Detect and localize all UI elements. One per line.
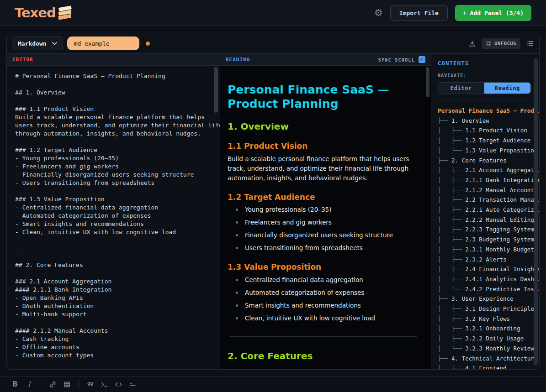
toc-item[interactable]: │ ├── 2.3.1 Monthly Budgets — [438, 245, 533, 255]
toc-item[interactable]: ├── 2. Core Features — [438, 156, 533, 166]
toc-item[interactable]: │ ├── 3.2.1 Onboarding — [438, 324, 533, 334]
toc-item[interactable]: │ └── 1.3 Value Proposition — [438, 146, 533, 156]
toc-item[interactable]: │ ├── 2.2.2 Manual Editing — [438, 215, 533, 225]
reading-list-item: Clean, intuitive UX with low cognitive l… — [239, 314, 419, 323]
toc-item-label: 4.1 Frontend — [465, 365, 506, 369]
list-menu-icon[interactable] — [526, 39, 534, 47]
format-select[interactable]: Markdown — [12, 37, 63, 50]
toc-item[interactable]: │ ├── 2.1 Account Aggregati… — [438, 165, 533, 175]
editor-panel: EDITOR # Personal Finance SaaS — Product… — [7, 54, 220, 369]
editor-line — [15, 80, 210, 89]
toc-item[interactable]: │ ├── 2.3.2 Alerts — [438, 255, 533, 265]
terminal-icon[interactable] — [100, 381, 108, 388]
editor-line: ### 2.1 Account Aggregation — [15, 277, 210, 286]
code-icon[interactable] — [114, 381, 122, 388]
toc-item-label: 2.3.1 Monthly Budgets — [465, 246, 537, 253]
toc-item[interactable]: ├── 4. Technical Architecture — [438, 354, 533, 364]
toc-item-label: 2.3.2 Alerts — [465, 256, 506, 263]
import-file-button[interactable]: Import File — [390, 5, 448, 21]
toc-item[interactable]: │ ├── 2.2 Transaction Manag… — [438, 195, 533, 205]
toc-item[interactable]: │ ├── 3.2 Key Flows — [438, 314, 533, 324]
toc-guide: │ ├── — [438, 216, 465, 223]
editor-line — [15, 236, 210, 245]
toc-item[interactable]: │ ├── 2.4.1 Analytics Dashb… — [438, 274, 533, 284]
toc-item-label: 4. Technical Architecture — [451, 355, 537, 362]
navigate-tab-editor[interactable]: Editor — [438, 83, 484, 94]
italic-icon[interactable]: I — [25, 380, 33, 388]
toc-item[interactable]: │ ├── 2.1.2 Manual Accounts — [438, 185, 533, 195]
toc-item-label: 2.4.1 Analytics Dashb… — [465, 276, 539, 282]
toc-guide: │ ├── — [438, 167, 465, 173]
reading-h3: 1.1 Product Vision — [228, 141, 419, 151]
reading-scrollbar[interactable] — [426, 67, 429, 97]
settings-gear-icon[interactable]: ⚙ — [374, 8, 383, 18]
toc-item[interactable]: │ ├── 1.2 Target Audience — [438, 136, 533, 146]
toc-item[interactable]: │ ├── 1.1 Product Vision — [438, 125, 533, 136]
reading-panel: READING SYNC SCROLL ✓ Personal Finance S… — [220, 54, 431, 369]
toc-guide: │ └── — [438, 345, 465, 352]
sync-scroll-checkbox[interactable]: ✓ — [419, 56, 425, 63]
editor-content[interactable]: # Personal Finance SaaS — Product Planni… — [7, 66, 220, 369]
editor-line: - Cash tracking — [15, 335, 210, 343]
editor-line — [15, 97, 210, 105]
toc-item-label: 3.2 Key Flows — [465, 315, 510, 322]
toc-item-label: 2.3 Budgeting System — [465, 236, 534, 243]
horizontal-rule-icon[interactable] — [128, 381, 137, 388]
toc-guide: │ ├── — [438, 137, 465, 144]
toc-item[interactable]: │ ├── 2.3 Budgeting System — [438, 235, 533, 245]
reading-list-item: Centralized financial data aggregation — [239, 276, 419, 285]
editor-line: users track, understand, and optimize th… — [15, 121, 210, 130]
toc-guide: │ ├── — [438, 266, 465, 272]
toc-item-label: 3.2.2 Daily Usage — [465, 335, 524, 342]
toc-guide: │ ├── — [438, 187, 465, 193]
toc-item[interactable]: Personal Finance SaaS — Produ… — [438, 106, 533, 116]
table-icon[interactable] — [63, 381, 71, 388]
toc-item-label: 3. User Experience — [451, 295, 513, 302]
add-panel-button[interactable]: + Add Panel (3/4) — [455, 5, 531, 21]
contents-panel: CONTENTS NAVIGATE: Editor Reading Person… — [431, 54, 539, 369]
navigate-tab-reading[interactable]: Reading — [484, 83, 530, 94]
toc-item[interactable]: │ └── 2.4.2 Predictive Insi… — [438, 284, 533, 294]
editor-line: --- — [15, 245, 210, 253]
contents-scrollbar[interactable] — [534, 58, 538, 365]
toc-item[interactable]: │ ├── 4.1 Frontend — [438, 363, 533, 369]
filename-input[interactable] — [67, 37, 139, 50]
toc-item[interactable]: │ ├── 3.1 Design Principles — [438, 304, 533, 314]
toc-guide: │ ├── — [438, 226, 465, 233]
editor-line: - Freelancers and gig workers — [15, 162, 210, 171]
toc-item[interactable]: │ ├── 3.2.2 Daily Usage — [438, 334, 533, 344]
editor-line: - Young professionals (20–35) — [15, 154, 210, 162]
download-icon[interactable] — [468, 40, 476, 47]
toc-item[interactable]: │ ├── 2.4 Financial Insights — [438, 264, 533, 274]
toc-guide: │ ├── — [438, 196, 465, 203]
link-icon[interactable] — [48, 381, 57, 388]
unfocus-button[interactable]: UNFOCUS — [482, 38, 520, 49]
editor-line — [15, 319, 210, 327]
toc-item[interactable]: │ ├── 2.2.3 Tagging System — [438, 225, 533, 235]
reading-list-item: Young professionals (20–35) — [239, 205, 419, 214]
toc-item-label: 2. Core Features — [451, 157, 506, 164]
toc-item[interactable]: │ ├── 2.2.1 Auto Categoriza… — [438, 205, 533, 215]
toc-item-label: 2.4 Financial Insights — [465, 266, 539, 272]
toc-guide: │ └── — [438, 286, 465, 293]
toc-item[interactable]: ├── 3. User Experience — [438, 294, 533, 304]
toc-item-label: 1.2 Target Audience — [465, 137, 530, 144]
editor-line: - Open Banking APIs — [15, 294, 210, 302]
unfocus-label: UNFOCUS — [494, 41, 516, 46]
toc-item[interactable]: ├── 1. Overview — [438, 116, 533, 126]
toc-item[interactable]: │ └── 3.2.3 Monthly Review — [438, 344, 533, 354]
toc-guide: │ ├── — [438, 305, 465, 312]
reading-list-item: Automated categorization of expenses — [239, 288, 419, 298]
reading-h2: 2. Core Features — [228, 350, 419, 361]
toc-item-label: 2.4.2 Predictive Insi… — [465, 286, 539, 293]
toolbar-divider — [78, 380, 79, 388]
reading-list-item: Smart insights and recommendations — [239, 301, 419, 310]
toc-guide: │ ├── — [438, 236, 465, 243]
toc-item-label: 3.1 Design Principles — [465, 305, 537, 312]
toc-item[interactable]: │ ├── 2.1.1 Bank Integration — [438, 175, 533, 185]
editor-scrollbar[interactable] — [214, 67, 218, 113]
editor-line: #### 2.1.2 Manual Accounts — [15, 327, 210, 335]
quote-icon[interactable] — [86, 381, 94, 388]
bold-icon[interactable]: B — [11, 380, 19, 388]
panel-container: Markdown UNFOCUS EDITOR # Personal Finan… — [6, 33, 540, 370]
